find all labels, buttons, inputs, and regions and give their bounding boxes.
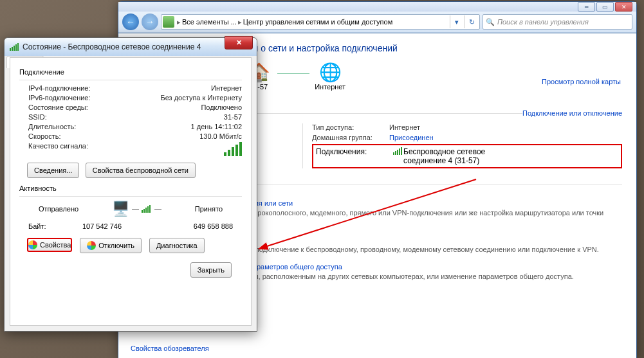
bytes-received: 649 658 888 <box>163 222 233 230</box>
speed-value: 130.0 Мбит/с <box>199 132 242 140</box>
signal-bars-icon <box>393 147 402 155</box>
dialog-close-button[interactable]: ✕ <box>225 36 253 49</box>
search-input[interactable]: 🔍 Поиск в панели управления <box>483 14 632 30</box>
connection-status-dialog: Состояние - Беспроводное сетевое соедине… <box>4 37 257 332</box>
connect-disconnect-link[interactable]: Подключение или отключение <box>522 109 622 117</box>
breadcrumb-all[interactable]: Все элементы ... <box>182 18 237 26</box>
bytes-sent: 107 542 746 <box>67 222 137 230</box>
activity-label: Активность <box>19 184 242 192</box>
breadcrumb-page[interactable]: Центр управления сетями и общим доступом <box>243 18 392 26</box>
access-type-value: Интернет <box>389 123 420 131</box>
ssid-value: 31-57 <box>224 113 242 121</box>
search-icon: 🔍 <box>486 18 495 26</box>
breadcrumb-dropdown[interactable]: ▾ <box>450 15 463 28</box>
signal-bars-icon <box>142 205 151 213</box>
globe-icon: 🌐 <box>317 61 344 83</box>
connection-group-label: Подключение <box>19 68 242 76</box>
activity-icon: 🖥️ <box>112 201 129 217</box>
details-button[interactable]: Сведения... <box>27 163 79 178</box>
back-button[interactable]: ← <box>122 13 139 30</box>
close-button[interactable]: Закрыть <box>190 262 232 278</box>
forward-button[interactable]: → <box>142 13 158 30</box>
diagnose-button[interactable]: Диагностика <box>149 238 205 253</box>
disable-button[interactable]: Отключить <box>80 238 142 253</box>
connection-link[interactable]: Беспроводное сетевое соединение 4 (31-57… <box>393 147 500 165</box>
wifi-properties-button[interactable]: Свойства беспроводной сети <box>86 163 196 178</box>
network-icon <box>163 16 174 28</box>
signal-quality-icon <box>224 142 242 156</box>
properties-button[interactable]: Свойства <box>27 238 72 252</box>
received-label: Принято <box>195 205 223 213</box>
homegroup-link[interactable]: Присоединен <box>389 134 434 141</box>
minimize-button[interactable]: ━ <box>578 2 595 12</box>
signal-bars-icon <box>10 43 19 51</box>
sent-label: Отправлено <box>39 205 78 213</box>
dialog-titlebar[interactable]: Состояние - Беспроводное сетевое соедине… <box>5 38 257 56</box>
browser-properties-link[interactable]: Свойства обозревателя <box>118 345 209 352</box>
nav-bar: ← → ▸ Все элементы ... ▸ Центр управлени… <box>118 12 636 33</box>
maximize-button[interactable]: ▭ <box>596 2 614 12</box>
shield-icon <box>28 240 37 249</box>
window-titlebar: ━ ▭ ✕ <box>118 2 636 12</box>
shield-icon <box>87 241 96 250</box>
ipv4-value: Интернет <box>211 84 242 92</box>
duration-value: 1 день 14:11:02 <box>191 123 242 130</box>
breadcrumb[interactable]: ▸ Все элементы ... ▸ Центр управления се… <box>161 14 480 30</box>
topo-internet: Интернет <box>315 83 345 91</box>
refresh-button[interactable]: ↻ <box>465 15 478 28</box>
close-button[interactable]: ✕ <box>615 2 632 12</box>
full-map-link[interactable]: Просмотр полной карты <box>542 78 621 85</box>
ipv6-value: Без доступа к Интернету <box>160 94 242 102</box>
connections-highlight: Подключения: Беспроводное сетевое соедин… <box>312 144 622 168</box>
media-state-value: Подключено <box>201 103 242 111</box>
